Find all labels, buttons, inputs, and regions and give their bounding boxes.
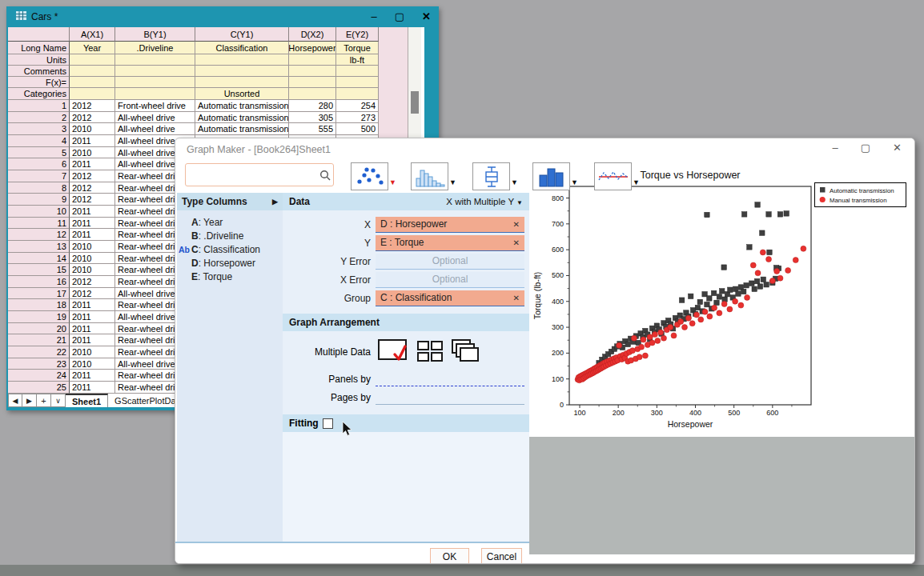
row-number-cell[interactable]: 17 <box>8 288 70 300</box>
year-cell[interactable]: 2012 <box>70 112 115 124</box>
row-number-cell[interactable]: 10 <box>8 206 70 218</box>
row-number-cell[interactable]: 13 <box>8 241 70 253</box>
label-value-cell[interactable] <box>336 77 379 88</box>
year-cell[interactable]: 2010 <box>70 253 115 265</box>
tab-nav-prev-icon[interactable]: ◀ <box>8 394 22 407</box>
cars-scrollbar-thumb[interactable] <box>411 91 419 114</box>
label-value-cell[interactable]: Unsorted <box>195 88 289 100</box>
multiple-data-panels-icon[interactable] <box>416 339 444 366</box>
corner-cell[interactable] <box>8 27 70 42</box>
sheet-list-icon[interactable]: ∨ <box>51 394 66 407</box>
add-sheet-icon[interactable]: + <box>37 394 51 407</box>
assigned-column-field[interactable]: C : Classification✕ <box>376 290 524 306</box>
cars-close-icon[interactable]: ✕ <box>422 9 431 25</box>
row-number-cell[interactable]: 22 <box>8 346 70 358</box>
row-number-cell[interactable]: 11 <box>8 218 70 230</box>
year-cell[interactable]: 2012 <box>70 288 115 300</box>
classification-cell[interactable]: Automatic transmission <box>195 123 289 135</box>
row-number-cell[interactable]: 6 <box>8 158 70 170</box>
year-cell[interactable]: 2011 <box>70 382 115 394</box>
multiple-data-single-icon[interactable] <box>377 337 409 368</box>
torque-cell[interactable]: 254 <box>336 100 379 112</box>
tab-nav-next-icon[interactable]: ▶ <box>22 394 37 407</box>
row-number-cell[interactable]: 23 <box>8 358 70 370</box>
driveline-cell[interactable]: All-wheel drive <box>115 112 195 124</box>
row-number-cell[interactable]: 18 <box>8 299 70 311</box>
label-value-cell[interactable] <box>70 88 115 100</box>
classification-cell[interactable]: Automatic transmission <box>195 100 289 112</box>
optional-field[interactable]: Optional <box>376 254 524 270</box>
row-label-cell[interactable]: Units <box>8 54 70 66</box>
clear-field-icon[interactable]: ✕ <box>513 238 520 247</box>
row-number-cell[interactable]: 16 <box>8 276 70 288</box>
type-column-item-d[interactable]: D : Horsepower <box>177 256 283 270</box>
row-number-cell[interactable]: 14 <box>8 253 70 265</box>
label-value-cell[interactable] <box>70 77 115 88</box>
label-value-cell[interactable] <box>115 77 195 88</box>
dialog-close-icon[interactable]: ✕ <box>893 142 902 154</box>
type-columns-expand-icon[interactable]: ▶ <box>272 198 278 206</box>
column-header[interactable]: B(Y1) <box>115 27 195 42</box>
label-value-cell[interactable] <box>115 54 195 66</box>
torque-cell[interactable]: 500 <box>336 123 379 135</box>
type-column-item-b[interactable]: B : .Driveline <box>177 229 283 242</box>
pages-by-dropzone[interactable] <box>376 390 524 405</box>
assigned-column-field[interactable]: E : Torque✕ <box>376 235 524 251</box>
clear-field-icon[interactable]: ✕ <box>513 294 520 302</box>
label-value-cell[interactable] <box>336 66 379 77</box>
label-value-cell[interactable]: Torque <box>336 42 379 54</box>
clear-field-icon[interactable]: ✕ <box>513 220 520 229</box>
label-value-cell[interactable] <box>289 88 336 100</box>
year-cell[interactable]: 2010 <box>70 123 115 135</box>
optional-field[interactable]: Optional <box>376 272 524 288</box>
column-header[interactable]: A(X1) <box>70 27 115 42</box>
histogram-button[interactable] <box>411 162 448 190</box>
dialog-maximize-icon[interactable]: ▢ <box>861 142 870 154</box>
label-value-cell[interactable] <box>195 54 289 66</box>
ok-button[interactable]: OK <box>430 548 469 564</box>
year-cell[interactable]: 2010 <box>70 358 115 370</box>
row-label-cell[interactable]: Long Name <box>8 42 70 54</box>
column-header[interactable]: E(Y2) <box>336 27 379 42</box>
column-header[interactable]: C(Y1) <box>195 27 289 42</box>
search-input[interactable] <box>186 164 319 186</box>
row-number-cell[interactable]: 24 <box>8 370 70 382</box>
driveline-cell[interactable]: Front-wheel drive <box>115 100 195 112</box>
row-number-cell[interactable]: 3 <box>8 123 70 135</box>
column-dropdown-icon[interactable]: ▼ <box>571 178 578 186</box>
dialog-minimize-icon[interactable]: – <box>833 142 838 154</box>
histogram-dropdown-icon[interactable]: ▼ <box>449 178 456 186</box>
box-plot-button[interactable] <box>472 162 510 190</box>
torque-cell[interactable]: 273 <box>336 112 379 124</box>
row-number-cell[interactable]: 8 <box>8 182 70 194</box>
year-cell[interactable]: 2010 <box>70 241 115 253</box>
type-column-item-e[interactable]: E : Torque <box>177 270 283 283</box>
label-value-cell[interactable]: Classification <box>195 42 289 54</box>
label-value-cell[interactable] <box>70 54 115 66</box>
row-number-cell[interactable]: 5 <box>8 147 70 159</box>
row-number-cell[interactable]: 7 <box>8 170 70 182</box>
scatter-dropdown-icon[interactable]: ▼ <box>389 178 396 186</box>
type-column-item-c[interactable]: AbC : Classification <box>177 242 283 256</box>
year-cell[interactable]: 2011 <box>70 135 115 147</box>
row-number-cell[interactable]: 20 <box>8 323 70 335</box>
label-value-cell[interactable] <box>115 88 195 100</box>
label-value-cell[interactable]: lb-ft <box>336 54 379 66</box>
year-cell[interactable]: 2012 <box>70 182 115 194</box>
horsepower-cell[interactable]: 305 <box>289 112 336 124</box>
year-cell[interactable]: 2011 <box>70 334 115 346</box>
label-value-cell[interactable] <box>289 54 336 66</box>
row-number-cell[interactable]: 2 <box>8 112 70 124</box>
box-plot-dropdown-icon[interactable]: ▼ <box>511 178 518 186</box>
year-cell[interactable]: 2011 <box>70 229 115 241</box>
plot-mode-dropdown[interactable]: X with Multiple Y ▼ <box>446 197 523 206</box>
fitting-checkbox[interactable] <box>323 418 333 429</box>
scatter-plot-button[interactable] <box>351 162 388 190</box>
year-cell[interactable]: 2010 <box>70 147 115 159</box>
year-cell[interactable]: 2011 <box>70 370 115 382</box>
label-value-cell[interactable] <box>195 77 289 88</box>
row-number-cell[interactable]: 12 <box>8 229 70 241</box>
horsepower-cell[interactable]: 555 <box>289 123 336 135</box>
line-plot-button[interactable] <box>594 162 632 190</box>
label-value-cell[interactable]: Year <box>70 42 115 54</box>
